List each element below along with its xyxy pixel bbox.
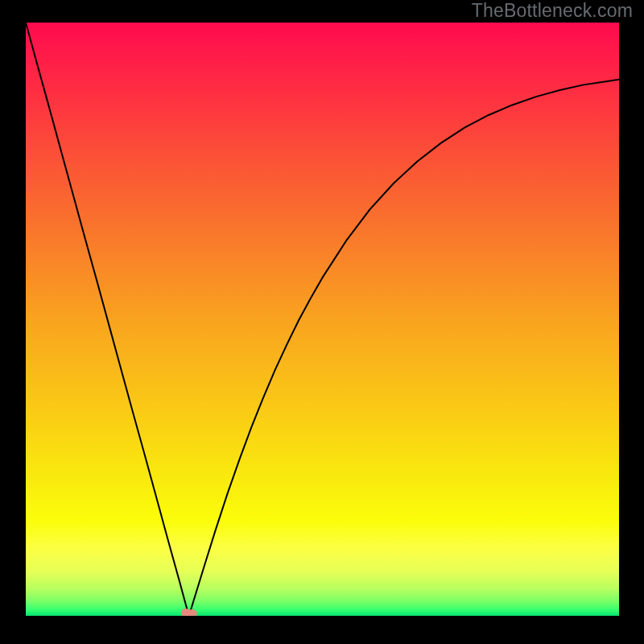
watermark-text: TheBottleneck.com xyxy=(472,0,633,22)
chart-background xyxy=(26,23,619,616)
plot-area xyxy=(26,23,619,616)
chart-frame: TheBottleneck.com xyxy=(0,0,644,644)
chart-svg xyxy=(26,23,619,616)
